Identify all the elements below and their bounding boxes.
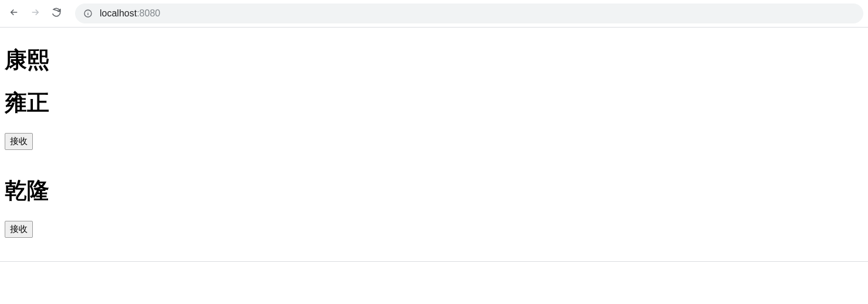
url-host: localhost (100, 8, 137, 18)
arrow-left-icon (9, 7, 19, 20)
heading-3: 乾隆 (5, 176, 863, 206)
accept-button-2[interactable]: 接收 (5, 221, 33, 238)
url-port: :8080 (137, 8, 160, 18)
browser-toolbar: localhost:8080 (0, 0, 868, 27)
forward-button[interactable] (26, 4, 45, 23)
heading-2: 雍正 (5, 88, 863, 118)
accept-button-1[interactable]: 接收 (5, 133, 33, 150)
reload-icon (51, 7, 62, 20)
heading-1: 康熙 (5, 45, 863, 75)
info-icon (83, 9, 93, 18)
arrow-right-icon (30, 7, 40, 20)
address-bar[interactable]: localhost:8080 (75, 4, 863, 23)
back-button[interactable] (5, 4, 23, 23)
reload-button[interactable] (47, 4, 66, 23)
url-text: localhost:8080 (100, 8, 160, 19)
page-content: 康熙 雍正 接收 乾隆 接收 (0, 28, 868, 255)
bottom-divider (0, 261, 868, 262)
